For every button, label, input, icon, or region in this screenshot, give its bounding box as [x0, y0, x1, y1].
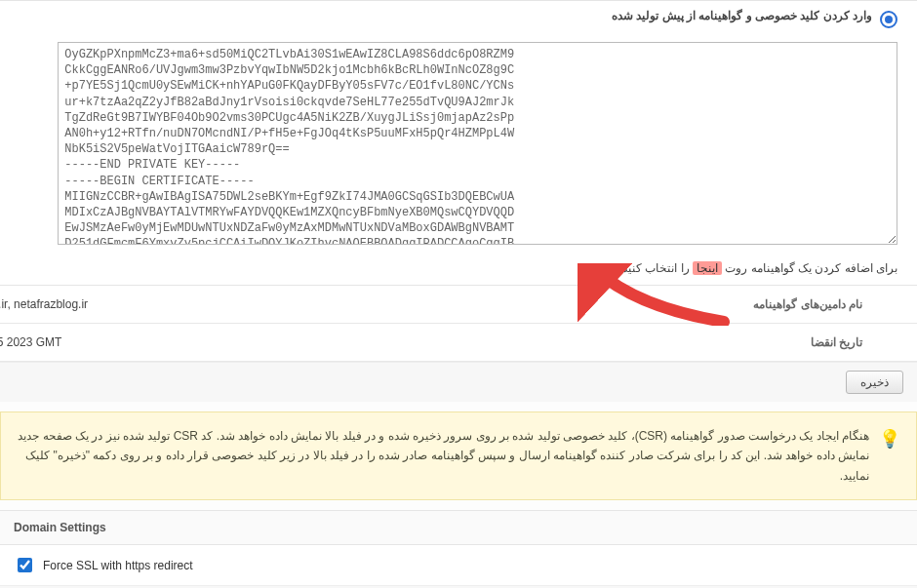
cert-textarea[interactable]	[58, 42, 897, 245]
paste-cert-label: وارد کردن کلید خصوصی و گواهینامه از پیش …	[612, 9, 872, 22]
cert-expiry-value: Jan 3 05:51:45 2023 GMT	[0, 324, 394, 361]
radio-paste-cert[interactable]	[880, 11, 897, 28]
add-root-cert-text: برای اضافه کردن یک گواهینامه روت اینجا ر…	[622, 261, 897, 275]
cert-expiry-row: تاریخ انقضا Jan 3 05:51:45 2023 GMT	[0, 324, 917, 362]
cert-domains-label: نام دامین‌های گواهینامه	[394, 286, 917, 323]
cert-domains-row: نام دامین‌های گواهینامه *.netafrazblog.i…	[0, 286, 917, 324]
cert-expiry-label: تاریخ انقضا	[394, 324, 917, 361]
add-root-prefix: برای اضافه کردن یک گواهینامه روت	[722, 261, 897, 275]
force-ssl-checkbox[interactable]	[18, 558, 32, 572]
save-button[interactable]: ذخیره	[846, 371, 903, 394]
info-text: هنگام ایجاد یک درخواست صدور گواهینامه (C…	[17, 426, 869, 486]
add-root-here-link[interactable]: اینجا	[693, 261, 722, 275]
force-ssl-label: Force SSL with https redirect	[43, 559, 193, 572]
add-root-suffix: را انتخاب کنید	[622, 261, 693, 275]
lightbulb-icon: 💡	[879, 424, 900, 454]
csr-info-box: هنگام ایجاد یک درخواست صدور گواهینامه (C…	[0, 412, 917, 500]
domain-settings-header: Domain Settings	[0, 510, 917, 545]
cert-domains-value: *.netafrazblog.ir, netafrazblog.ir	[0, 286, 394, 323]
